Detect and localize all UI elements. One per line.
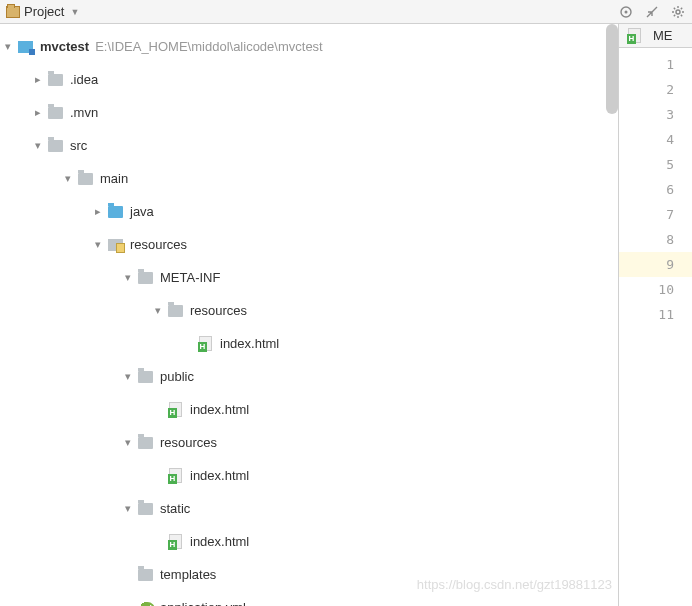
module-icon bbox=[16, 39, 34, 55]
node-label: index.html bbox=[190, 468, 249, 483]
chevron-down-icon[interactable]: ▾ bbox=[120, 435, 136, 451]
tree-row[interactable]: index.html bbox=[0, 525, 618, 558]
blank-arrow bbox=[120, 600, 136, 607]
tree-row[interactable]: index.html bbox=[0, 459, 618, 492]
node-label: src bbox=[70, 138, 87, 153]
project-icon bbox=[6, 6, 20, 18]
project-toolbar: Project ▼ bbox=[0, 0, 692, 24]
svg-point-1 bbox=[625, 10, 628, 13]
html-file-icon bbox=[166, 468, 184, 484]
chevron-down-icon[interactable]: ▾ bbox=[60, 171, 76, 187]
folder-icon bbox=[76, 171, 94, 187]
line-number: 8 bbox=[619, 227, 692, 252]
html-file-icon bbox=[196, 336, 214, 352]
folder-icon bbox=[46, 72, 64, 88]
line-number: 5 bbox=[619, 152, 692, 177]
tree-row[interactable]: ▾ main bbox=[0, 162, 618, 195]
folder-icon bbox=[166, 303, 184, 319]
folder-icon bbox=[136, 270, 154, 286]
html-file-icon bbox=[166, 402, 184, 418]
project-tree[interactable]: ▾ mvctest E:\IDEA_HOME\middol\alicode\mv… bbox=[0, 24, 618, 606]
chevron-down-icon[interactable]: ▾ bbox=[120, 369, 136, 385]
html-file-icon bbox=[625, 28, 643, 44]
tab-label: ME bbox=[653, 28, 673, 43]
gear-icon[interactable] bbox=[670, 4, 686, 20]
line-number: 2 bbox=[619, 77, 692, 102]
html-file-icon bbox=[166, 534, 184, 550]
line-number: 1 bbox=[619, 52, 692, 77]
chevron-down-icon[interactable]: ▾ bbox=[0, 39, 16, 55]
project-tool-window-label[interactable]: Project ▼ bbox=[6, 4, 618, 19]
folder-icon bbox=[46, 138, 64, 154]
source-folder-icon bbox=[106, 204, 124, 220]
chevron-down-icon[interactable]: ▾ bbox=[120, 270, 136, 286]
blank-arrow bbox=[180, 336, 196, 352]
tree-row[interactable]: ▾ META-INF bbox=[0, 261, 618, 294]
tree-row[interactable]: ▸ .idea bbox=[0, 63, 618, 96]
tree-row[interactable]: ▾ resources bbox=[0, 426, 618, 459]
node-label: resources bbox=[190, 303, 247, 318]
vertical-scrollbar[interactable] bbox=[606, 24, 618, 114]
tool-window-title: Project bbox=[24, 4, 64, 19]
folder-icon bbox=[46, 105, 64, 121]
collapse-icon[interactable] bbox=[644, 4, 660, 20]
chevron-right-icon[interactable]: ▸ bbox=[30, 72, 46, 88]
node-label: resources bbox=[130, 237, 187, 252]
chevron-down-icon[interactable]: ▾ bbox=[150, 303, 166, 319]
node-label: templates bbox=[160, 567, 216, 582]
line-number: 4 bbox=[619, 127, 692, 152]
node-label: mvctest bbox=[40, 39, 89, 54]
node-label: main bbox=[100, 171, 128, 186]
tree-row[interactable]: application.yml bbox=[0, 591, 618, 606]
blank-arrow bbox=[150, 402, 166, 418]
tree-row[interactable]: ▸ java bbox=[0, 195, 618, 228]
tree-row[interactable]: ▾ static bbox=[0, 492, 618, 525]
yml-file-icon bbox=[136, 600, 154, 607]
tree-row[interactable]: ▾ resources bbox=[0, 228, 618, 261]
tree-row[interactable]: ▸ .mvn bbox=[0, 96, 618, 129]
node-label: static bbox=[160, 501, 190, 516]
blank-arrow bbox=[120, 567, 136, 583]
line-number: 6 bbox=[619, 177, 692, 202]
node-label: META-INF bbox=[160, 270, 220, 285]
blank-arrow bbox=[150, 534, 166, 550]
folder-icon bbox=[136, 501, 154, 517]
node-label: index.html bbox=[190, 402, 249, 417]
node-label: index.html bbox=[190, 534, 249, 549]
chevron-down-icon[interactable]: ▼ bbox=[70, 7, 79, 17]
editor-pane: ME 1234567891011 bbox=[618, 24, 692, 606]
chevron-right-icon[interactable]: ▸ bbox=[30, 105, 46, 121]
tree-row[interactable]: ▾ resources bbox=[0, 294, 618, 327]
node-label: .mvn bbox=[70, 105, 98, 120]
line-number: 7 bbox=[619, 202, 692, 227]
node-label: resources bbox=[160, 435, 217, 450]
node-path: E:\IDEA_HOME\middol\alicode\mvctest bbox=[95, 39, 323, 54]
resources-folder-icon bbox=[106, 237, 124, 253]
editor-tab[interactable]: ME bbox=[619, 24, 692, 48]
node-label: .idea bbox=[70, 72, 98, 87]
tree-row[interactable]: ▾ src bbox=[0, 129, 618, 162]
line-number: 9 bbox=[619, 252, 692, 277]
tree-row[interactable]: ▾ public bbox=[0, 360, 618, 393]
line-number: 10 bbox=[619, 277, 692, 302]
tree-row[interactable]: index.html bbox=[0, 393, 618, 426]
blank-arrow bbox=[150, 468, 166, 484]
node-label: index.html bbox=[220, 336, 279, 351]
tree-row[interactable]: index.html bbox=[0, 327, 618, 360]
tree-row-root[interactable]: ▾ mvctest E:\IDEA_HOME\middol\alicode\mv… bbox=[0, 30, 618, 63]
svg-point-2 bbox=[676, 10, 680, 14]
chevron-right-icon[interactable]: ▸ bbox=[90, 204, 106, 220]
folder-icon bbox=[136, 369, 154, 385]
watermark-text: https://blog.csdn.net/gzt19881123 bbox=[417, 577, 612, 592]
chevron-down-icon[interactable]: ▾ bbox=[30, 138, 46, 154]
line-number: 11 bbox=[619, 302, 692, 327]
locate-icon[interactable] bbox=[618, 4, 634, 20]
chevron-down-icon[interactable]: ▾ bbox=[90, 237, 106, 253]
chevron-down-icon[interactable]: ▾ bbox=[120, 501, 136, 517]
folder-icon bbox=[136, 435, 154, 451]
folder-icon bbox=[136, 567, 154, 583]
node-label: java bbox=[130, 204, 154, 219]
line-number-gutter: 1234567891011 bbox=[619, 48, 692, 606]
node-label: public bbox=[160, 369, 194, 384]
node-label: application.yml bbox=[160, 600, 246, 606]
